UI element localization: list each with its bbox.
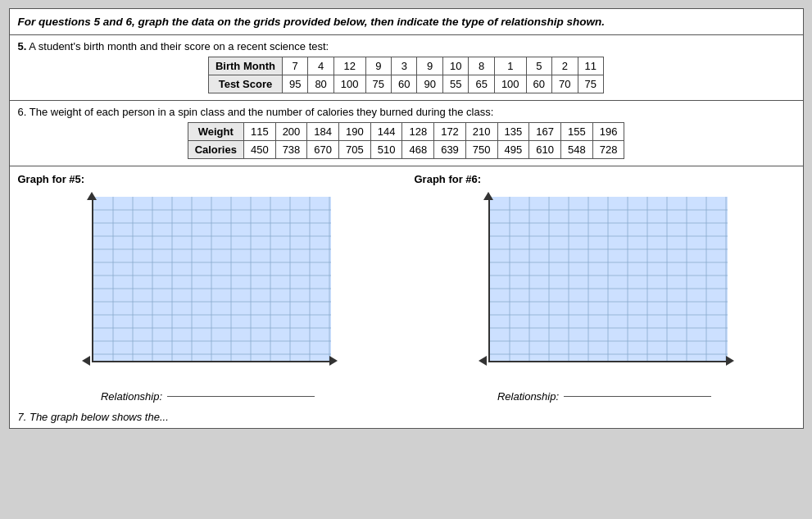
q6-data-cell: 750 [465,141,497,159]
graph-6-arrow-up [483,192,493,200]
graph-5-x-axis [92,361,331,362]
graph-6-label: Graph for #6: [415,173,482,185]
graph-5-label: Graph for #5: [18,173,85,185]
q6-data-cell: 495 [497,141,529,159]
graph-5-y-axis [92,197,93,361]
q5-table: Birth Month741293910815211Test Score9580… [208,57,604,93]
q5-header-cell: 9 [417,57,442,75]
bottom-note: 7. The graph below shows the... [10,406,803,428]
q5-header-cell: 8 [469,57,494,75]
q6-header-cell: 210 [465,123,497,141]
graph-5-block: Graph for #5: [18,173,398,403]
q5-header-cell: 9 [365,57,391,75]
graph-6-arrow-right [726,356,734,366]
q6-data-cell: 468 [402,141,434,159]
q6-data-cell: 610 [529,141,561,159]
q5-header-cell: 7 [282,57,307,75]
q5-number: 5. [18,40,27,52]
question-6-block: 6. The weight of each person in a spin c… [10,101,803,166]
q5-data-cell: 100 [333,75,365,93]
q6-number: 6. [18,106,27,118]
svg-rect-25 [490,197,728,361]
q6-data-cell: 450 [243,141,275,159]
graph-6-y-axis [488,197,490,361]
q6-header-cell: 128 [402,123,434,141]
q6-header-cell: 172 [434,123,466,141]
q5-header-cell: 12 [333,57,365,75]
q5-text: A student's birth month and their score … [29,40,329,52]
instructions-block: For questions 5 and 6, graph the data on… [10,9,803,35]
q5-data-cell: 75 [578,75,603,93]
graph-6-grid [490,197,728,361]
q5-data-cell: 55 [442,75,468,93]
q5-data-cell: 95 [282,75,307,93]
graph-5-relationship-line [167,396,315,397]
q6-header-cell: 135 [497,123,529,141]
q6-data-cell: 639 [434,141,466,159]
q5-header-cell: 1 [494,57,526,75]
graph-6-block: Graph for #6: [415,173,795,403]
q6-header-cell: 200 [275,123,307,141]
q6-header-cell: 144 [370,123,402,141]
q6-header-cell: 155 [560,123,592,141]
svg-rect-0 [93,197,331,361]
page: For questions 5 and 6, graph the data on… [9,8,804,429]
q6-data-cell: 670 [307,141,339,159]
q5-data-cell: 90 [417,75,442,93]
q5-data-cell: 60 [392,75,417,93]
graph-6-x-axis [488,361,728,362]
graph-5-area [69,189,347,385]
q6-header-cell: 167 [529,123,561,141]
q6-data-cell: 705 [339,141,371,159]
graph-5-relationship-label: Relationship: [101,390,162,403]
graphs-row: Graph for #5: [10,166,803,406]
instructions-text: For questions 5 and 6, graph the data on… [18,16,606,28]
q6-text: The weight of each person in a spin clas… [29,106,494,118]
bottom-text: 7. The graph below shows the... [18,411,169,423]
q5-header-cell: 5 [526,57,551,75]
q5-header-cell: Birth Month [208,57,282,75]
q5-data-cell: 65 [469,75,494,93]
q5-data-cell: 70 [552,75,578,93]
q6-data-cell: 510 [370,141,402,159]
graph-5-grid [93,197,331,361]
q5-data-cell: 100 [494,75,526,93]
q6-header-cell: 196 [592,123,624,141]
question-5-title: 5. A student's birth month and their sco… [18,40,795,52]
graph-6-area [465,189,744,385]
q5-header-cell: 10 [442,57,468,75]
q5-header-cell: 11 [578,57,603,75]
q5-header-cell: 3 [392,57,417,75]
q5-header-cell: 4 [308,57,333,75]
q6-data-cell: 728 [592,141,624,159]
question-6-title: 6. The weight of each person in a spin c… [18,106,795,118]
graph-5-tick-left [82,356,90,366]
q6-data-cell: 738 [275,141,307,159]
graph-5-arrow-right [329,356,338,366]
graph-5-arrow-up [87,192,97,200]
q6-table: Weight1152001841901441281722101351671551… [188,122,625,159]
q6-row-label: Calories [188,141,243,159]
graph-5-relationship-row: Relationship: [101,389,315,403]
graph-6-relationship-row: Relationship: [497,389,711,403]
q5-data-cell: 60 [526,75,551,93]
question-5-block: 5. A student's birth month and their sco… [10,35,803,101]
graph-6-tick-left [479,356,487,366]
q6-header-cell: 190 [339,123,371,141]
graph-6-relationship-label: Relationship: [497,390,559,403]
q5-data-cell: 80 [308,75,333,93]
graph-6-relationship-line [564,396,711,397]
q6-header-cell: 184 [307,123,339,141]
q6-header-cell: Weight [188,123,243,141]
q5-header-cell: 2 [552,57,578,75]
q5-data-cell: 75 [365,75,391,93]
q6-header-cell: 115 [243,123,275,141]
q6-data-cell: 548 [560,141,592,159]
q5-row-label: Test Score [208,75,282,93]
